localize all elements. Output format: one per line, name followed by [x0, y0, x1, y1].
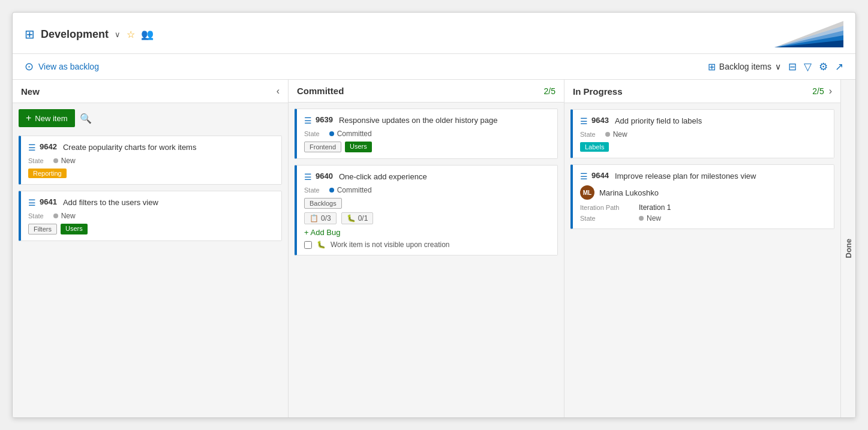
column-inprogress: In Progress 2/5 › ☰ 9643 Add priority fi… — [564, 80, 840, 417]
checkbox-label: Work item is not visible upon creation — [331, 240, 450, 249]
tag-filters[interactable]: Filters — [28, 224, 57, 234]
card-9639-title: Responsive updates on the older history … — [339, 115, 498, 126]
iteration-path-row: Iteration Path Iteration 1 — [580, 203, 827, 212]
column-new-header: New ‹ — [13, 80, 288, 103]
card-9640-tags: Backlogs — [304, 198, 550, 209]
card-9640-id: 9640 — [316, 172, 333, 181]
tag-labels[interactable]: Labels — [580, 142, 609, 152]
column-new: New ‹ + New item 🔍 ☰ 9642 Cr — [13, 80, 289, 417]
card-9639-state-value: Committed — [337, 130, 372, 138]
card-9639[interactable]: ☰ 9639 Responsive updates on the older h… — [295, 109, 558, 159]
tag-users[interactable]: Users — [345, 142, 372, 152]
card-9643-title: Add priority field to labels — [615, 116, 702, 127]
new-item-button[interactable]: + New item — [19, 109, 75, 127]
card-9642-state-value: New — [61, 157, 76, 165]
tag-frontend[interactable]: Frontend — [304, 142, 341, 152]
bug-badge[interactable]: 🐛 0/1 — [341, 212, 374, 224]
subheader: ⊙ View as backlog ⊞ Backlog items ∨ ⊟ ▽ … — [13, 54, 855, 80]
backlog-items-button[interactable]: ⊞ Backlog items ∨ — [708, 61, 781, 73]
card-9644[interactable]: ☰ 9644 Improve release plan for mileston… — [570, 164, 834, 229]
card-9644-state: New — [639, 214, 661, 222]
card-9644-id: 9644 — [591, 171, 609, 180]
card-9642[interactable]: ☰ 9642 Create popularity charts for work… — [19, 136, 282, 185]
avatar-initials: ML — [583, 190, 591, 196]
title-chevron-icon[interactable]: ∨ — [115, 30, 121, 39]
card-9642-state-row: State New — [28, 157, 274, 165]
column-new-collapse-icon[interactable]: ‹ — [277, 86, 280, 97]
search-icon[interactable]: 🔍 — [80, 113, 92, 124]
task-count: 0/3 — [321, 214, 331, 222]
state-dot-icon — [329, 131, 334, 136]
column-committed-count: 2/5 — [544, 86, 555, 96]
card-9639-state: Committed — [329, 130, 372, 138]
card-9644-header: ☰ 9644 Improve release plan for mileston… — [580, 171, 827, 182]
state-dot-icon — [53, 158, 58, 163]
bug-count: 0/1 — [358, 214, 368, 222]
app-frame: ⊞ Development ∨ ☆ 👥 ⊙ View as backlog ⊞ … — [12, 12, 856, 418]
card-9644-meta: Iteration Path Iteration 1 State New — [580, 203, 827, 222]
card-9639-header: ☰ 9639 Responsive updates on the older h… — [304, 115, 550, 126]
task-icon: 📋 — [310, 214, 319, 222]
work-item-icon: ☰ — [28, 198, 36, 208]
visibility-checkbox[interactable] — [304, 241, 312, 249]
card-9643[interactable]: ☰ 9643 Add priority field to labels Stat… — [570, 109, 834, 158]
add-bug-button[interactable]: + Add Bug — [304, 228, 550, 237]
assignee-name: Marina Lukoshko — [599, 188, 659, 197]
card-9640[interactable]: ☰ 9640 One-click add experience State Co… — [295, 165, 558, 255]
column-committed-header: Committed 2/5 — [289, 80, 564, 103]
add-bug-label: + Add Bug — [304, 228, 340, 237]
visibility-checkbox-row: 🐛 Work item is not visible upon creation — [304, 240, 550, 249]
card-9640-state-value: Committed — [337, 186, 372, 194]
column-new-title: New — [21, 86, 40, 97]
card-9642-state-label: State — [28, 157, 44, 164]
columns-settings-icon[interactable]: ⊟ — [788, 61, 797, 73]
backlog-items-chevron-icon: ∨ — [775, 62, 781, 71]
header-left: ⊞ Development ∨ ☆ 👥 — [25, 27, 154, 41]
card-9644-state-label: State — [580, 215, 634, 222]
card-9643-header: ☰ 9643 Add priority field to labels — [580, 116, 827, 127]
card-9640-children: 📋 0/3 🐛 0/1 — [304, 212, 550, 224]
card-9641[interactable]: ☰ 9641 Add filters to the users view Sta… — [19, 191, 282, 241]
work-item-icon: ☰ — [304, 116, 312, 125]
tag-users[interactable]: Users — [61, 224, 88, 234]
column-inprogress-expand-icon[interactable]: › — [829, 86, 832, 97]
favorite-star-icon[interactable]: ☆ — [127, 29, 135, 40]
bug-icon-small: 🐛 — [317, 240, 326, 249]
project-title: Development — [41, 28, 109, 41]
card-9642-title: Create popularity charts for work items — [63, 142, 197, 153]
task-badge[interactable]: 📋 0/3 — [304, 212, 337, 224]
bug-icon: 🐛 — [347, 214, 356, 222]
card-9641-state-label: State — [28, 212, 44, 219]
card-9639-tags: Frontend Users — [304, 142, 550, 152]
card-9641-header: ☰ 9641 Add filters to the users view — [28, 197, 274, 208]
card-9644-state-value: New — [647, 214, 661, 222]
card-9640-state: Committed — [329, 186, 372, 194]
logo-svg — [750, 21, 843, 47]
iteration-path-label: Iteration Path — [580, 204, 634, 211]
iteration-path-value: Iteration 1 — [639, 203, 671, 212]
column-committed-title: Committed — [297, 86, 344, 96]
view-as-backlog-btn[interactable]: ⊙ View as backlog — [25, 60, 99, 73]
team-members-icon[interactable]: 👥 — [141, 28, 154, 41]
tag-backlogs[interactable]: Backlogs — [304, 198, 342, 209]
app-logo-icon: ⊞ — [25, 27, 35, 41]
card-9640-state-row: State Committed — [304, 186, 550, 194]
column-committed: Committed 2/5 ☰ 9639 Responsive updates … — [289, 80, 564, 417]
work-item-icon: ☰ — [580, 172, 588, 181]
filter-icon[interactable]: ▽ — [804, 61, 812, 73]
backlog-arrow-icon: ⊙ — [25, 60, 34, 73]
card-9644-title: Improve release plan for milestones view — [615, 171, 756, 182]
done-label: Done — [844, 239, 853, 258]
card-9642-tags: Reporting — [28, 169, 274, 178]
backlog-items-label: Backlog items — [719, 62, 771, 71]
new-item-label: New item — [35, 114, 67, 123]
done-column-sidebar[interactable]: Done — [840, 80, 855, 417]
settings-gear-icon[interactable]: ⚙ — [819, 61, 828, 73]
work-item-icon: ☰ — [304, 172, 312, 182]
card-9644-state-row: State New — [580, 214, 827, 222]
tag-reporting[interactable]: Reporting — [28, 169, 67, 178]
column-inprogress-title: In Progress — [573, 86, 623, 97]
expand-icon[interactable]: ↗ — [835, 61, 843, 73]
card-9643-state-value: New — [613, 130, 627, 139]
card-9643-state: New — [605, 130, 627, 139]
